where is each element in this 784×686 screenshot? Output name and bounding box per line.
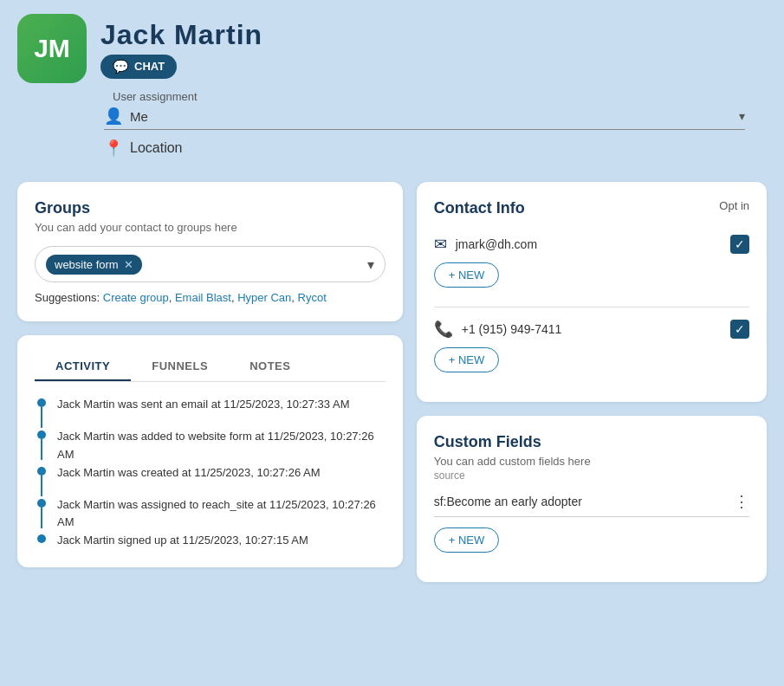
activity-item: Jack Martin was sent an email at 11/25/2… [35, 396, 386, 428]
custom-fields-card: Custom Fields You can add custom fields … [417, 416, 767, 582]
phone-row: 📞 +1 (915) 949-7411 ✓ [434, 320, 749, 339]
activity-line [41, 476, 42, 496]
right-column: Contact Info Opt in ✉ jmark@dh.com ✓ + N… [417, 182, 767, 582]
custom-field-row: sf:Become an early adopter ⋮ [434, 492, 749, 517]
location-text: Location [130, 140, 183, 156]
activity-text-4: Jack Martin signed up at 11/25/2023, 10:… [57, 532, 308, 550]
custom-fields-subtitle: You can add custom fields here [434, 455, 749, 468]
activity-dot [37, 499, 46, 508]
suggestions-prefix: Suggestions: [35, 291, 100, 304]
suggestion-email-blast[interactable]: Email Blast [175, 291, 231, 304]
activity-item: Jack Martin was assigned to reach_site a… [35, 496, 386, 533]
tab-activity[interactable]: ACTIVITY [35, 353, 131, 381]
email-value: jmark@dh.com [456, 237, 722, 251]
user-icon: 👤 [104, 107, 123, 126]
custom-fields-title: Custom Fields [434, 433, 749, 451]
groups-title: Groups [35, 199, 386, 217]
contact-info-title: Contact Info [434, 199, 525, 217]
header: JM Jack Martin 💬 CHAT [0, 0, 784, 90]
email-opt-in-checkbox[interactable]: ✓ [730, 235, 749, 254]
tag-remove-icon[interactable]: ✕ [124, 258, 133, 271]
activity-item: Jack Martin was added to website form at… [35, 428, 386, 464]
contact-info-header: Contact Info Opt in [434, 199, 749, 221]
activity-dot-col [35, 396, 49, 428]
left-column: Groups You can add your contact to group… [17, 182, 403, 582]
activity-dot [37, 430, 46, 439]
suggestion-hyper-can[interactable]: Hyper Can [237, 291, 291, 304]
group-tags-row[interactable]: website form ✕ ▾ [35, 246, 386, 282]
activity-dot-col [35, 532, 49, 543]
user-assignment-label: User assignment [113, 90, 767, 103]
cards-area: Groups You can add your contact to group… [0, 168, 784, 596]
activity-text-3: Jack Martin was assigned to reach_site a… [57, 496, 386, 533]
phone-value: +1 (915) 949-7411 [462, 322, 722, 336]
activity-text-1: Jack Martin was added to website form at… [57, 428, 386, 464]
email-icon: ✉ [434, 235, 447, 254]
tags-dropdown-icon[interactable]: ▾ [367, 256, 374, 273]
check-icon: ✓ [735, 322, 745, 336]
activity-item: Jack Martin signed up at 11/25/2023, 10:… [35, 532, 386, 550]
header-info: Jack Martin 💬 CHAT [100, 19, 262, 79]
suggestions-row: Suggestions: Create group, Email Blast, … [35, 291, 386, 304]
chevron-down-icon: ▾ [739, 109, 745, 123]
new-custom-field-button[interactable]: + NEW [434, 527, 500, 553]
phone-opt-in-checkbox[interactable]: ✓ [730, 320, 749, 339]
activity-text-2: Jack Martin was created at 11/25/2023, 1… [57, 464, 321, 482]
location-pin-icon: 📍 [104, 139, 123, 158]
suggestion-create-group[interactable]: Create group [103, 291, 169, 304]
groups-card: Groups You can add your contact to group… [17, 182, 403, 321]
location-row: 📍 Location [104, 130, 767, 161]
activity-line [41, 439, 42, 460]
activity-line [41, 407, 42, 428]
tab-notes[interactable]: NOTES [229, 353, 311, 381]
group-tag-label: website form [55, 258, 119, 271]
tabs-row: ACTIVITY FUNNELS NOTES [35, 353, 386, 382]
custom-fields-source: source [434, 469, 749, 482]
activity-dot [37, 534, 46, 543]
more-options-icon[interactable]: ⋮ [734, 492, 749, 511]
groups-subtitle: You can add your contact to groups here [35, 221, 386, 234]
user-assignment-row[interactable]: 👤 Me ▾ [104, 107, 745, 130]
contact-name: Jack Martin [100, 19, 262, 51]
activity-line [41, 508, 42, 528]
phone-icon: 📞 [434, 320, 453, 339]
meta-section: User assignment 👤 Me ▾ 📍 Location [0, 90, 784, 168]
tab-funnels[interactable]: FUNNELS [131, 353, 229, 381]
new-phone-button[interactable]: + NEW [434, 347, 500, 372]
opt-in-label: Opt in [719, 199, 749, 212]
activity-text-0: Jack Martin was sent an email at 11/25/2… [57, 396, 349, 414]
chat-icon: 💬 [113, 59, 129, 74]
activity-dot-col [35, 464, 49, 496]
chat-badge-label: CHAT [134, 60, 165, 73]
activity-item: Jack Martin was created at 11/25/2023, 1… [35, 464, 386, 496]
custom-field-value: sf:Become an early adopter [434, 495, 727, 508]
user-select-value: Me [130, 109, 732, 124]
activity-dot-col [35, 428, 49, 460]
email-row: ✉ jmark@dh.com ✓ [434, 235, 749, 254]
chat-badge[interactable]: 💬 CHAT [100, 55, 177, 79]
activity-card: ACTIVITY FUNNELS NOTES Jack Martin was s… [17, 335, 403, 567]
contact-info-card: Contact Info Opt in ✉ jmark@dh.com ✓ + N… [417, 182, 767, 402]
new-email-button[interactable]: + NEW [434, 262, 500, 288]
divider [434, 307, 749, 307]
avatar: JM [17, 14, 87, 83]
group-tag-website-form: website form ✕ [46, 255, 142, 275]
activity-dot-col [35, 496, 49, 528]
activity-dot [37, 398, 46, 407]
check-icon: ✓ [735, 237, 745, 251]
activity-list: Jack Martin was sent an email at 11/25/2… [35, 396, 386, 550]
activity-dot [37, 467, 46, 476]
suggestion-rycot[interactable]: Rycot [298, 291, 327, 304]
